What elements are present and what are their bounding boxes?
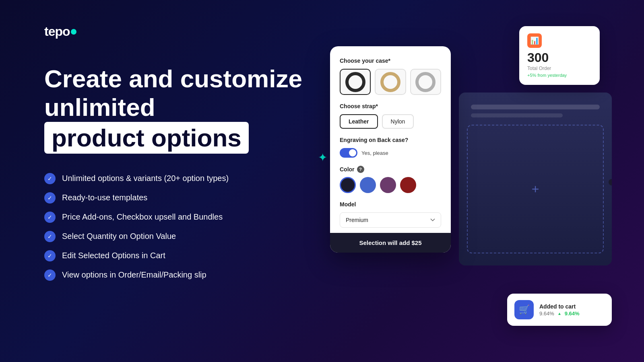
order-number: 300 [527,51,592,64]
order-change: +5% from yesterday [527,73,592,78]
engraving-label: Engraving on Back case? [340,137,441,143]
strap-nylon-button[interactable]: Nylon [382,114,414,129]
feature-text: View options in Order/Email/Packing slip [62,270,206,280]
engraving-toggle[interactable] [340,148,357,158]
check-icon: ✓ [44,212,56,223]
logo-dot [71,29,76,35]
feature-text: Unlimited options & variants (20+ option… [62,174,229,183]
choose-case-label: Choose your case* [340,58,441,64]
logo-text: tepo [44,24,70,39]
check-icon: ✓ [44,250,56,261]
headline: Create and customize unlimited product o… [44,64,318,154]
order-icon: 📊 [527,33,542,48]
cart-percent-change: 9.64% [565,311,580,317]
total-order-card: 📊 300 Total Order +5% from yesterday [519,26,600,85]
product-card: Choose your case* Choose strap* Leather … [330,46,451,253]
strap-options: Leather Nylon [340,114,441,129]
choose-strap-label: Choose strap* [340,103,441,109]
cart-text: Added to cart 9.64% ▲ 9.64% [539,303,605,317]
case-option-silver[interactable] [410,69,441,95]
sparkle-icon: ✦ [318,151,327,164]
check-icon: ✓ [44,269,56,281]
arrow-up-icon: ▲ [557,311,561,316]
color-swatch-purple[interactable] [380,177,396,193]
color-swatch-red[interactable] [400,177,416,193]
case-option-dark[interactable] [340,69,371,95]
headline-line2: unlimited product options [44,93,318,154]
headline-highlight: product options [44,122,249,154]
feature-item: ✓ Price Add-ons, Checkbox upsell and Bun… [44,212,318,223]
color-section: Color ? [340,166,441,193]
feature-item: ✓ Select Quantity on Option Value [44,231,318,242]
background-monitor: + [459,93,612,265]
engraving-toggle-label: Yes, please [361,150,388,156]
order-label: Total Order [527,66,592,71]
color-swatch-blue[interactable] [360,177,376,193]
feature-item: ✓ Ready-to-use templates [44,192,318,204]
color-info-icon: ? [357,166,364,173]
color-label: Color [340,166,355,173]
color-swatch-dark[interactable] [340,177,356,193]
feature-text: Edit Selected Options in Cart [62,251,165,260]
feature-item: ✓ View options in Order/Email/Packing sl… [44,269,318,281]
cart-added-label: Added to cart [539,303,605,310]
feature-text: Select Quantity on Option Value [62,232,176,241]
bottom-bar-text: Selection will add $25 [359,239,421,246]
model-label: Model [340,201,441,208]
feature-item: ✓ Edit Selected Options in Cart [44,250,318,261]
check-icon: ✓ [44,173,56,184]
headline-line1: Create and customize [44,64,318,93]
case-options [340,69,441,95]
color-swatches [340,177,441,193]
cart-percent: 9.64% [539,311,554,317]
case-option-gold[interactable] [375,69,406,95]
strap-leather-button[interactable]: Leather [340,114,378,129]
toggle-knob [349,149,356,156]
cart-percent-row: 9.64% ▲ 9.64% [539,311,605,317]
cart-notification: 🛒 Added to cart 9.64% ▲ 9.64% [507,294,612,326]
check-icon: ✓ [44,192,56,204]
left-content: Create and customize unlimited product o… [44,64,318,281]
feature-item: ✓ Unlimited options & variants (20+ opti… [44,173,318,184]
monitor-plus-icon: + [532,182,539,197]
model-section: Model Premium Standard Basic [340,201,441,228]
feature-text: Price Add-ons, Checkbox upsell and Bundl… [62,212,223,222]
engraving-row: Yes, please [340,148,441,158]
card-bottom-bar: Selection will add $25 [330,233,451,253]
feature-text: Ready-to-use templates [62,193,147,202]
logo: tepo [44,24,76,39]
cart-icon: 🛒 [514,300,534,319]
model-select[interactable]: Premium Standard Basic [340,212,441,228]
check-icon: ✓ [44,231,56,242]
headline-line2-prefix: unlimited [44,93,155,121]
features-list: ✓ Unlimited options & variants (20+ opti… [44,173,318,281]
